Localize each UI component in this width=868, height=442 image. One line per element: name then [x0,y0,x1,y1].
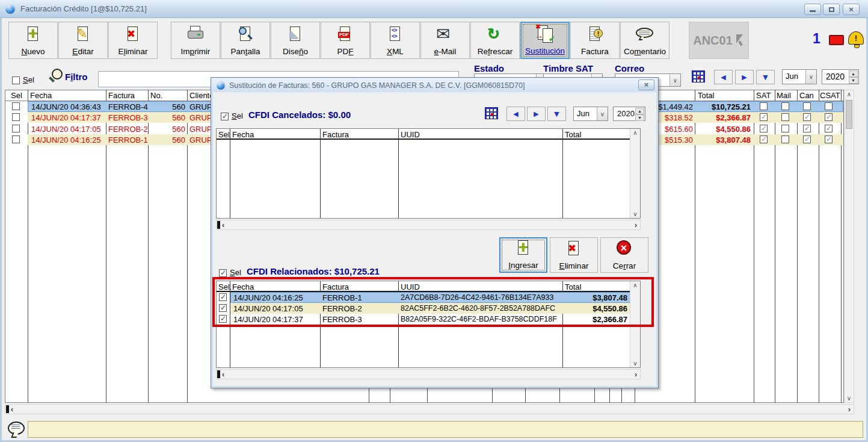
dcol-sel[interactable]: Sel [218,130,230,139]
cell-csat-checkbox[interactable] [825,113,833,121]
dcol-uuid[interactable]: UUID [401,282,420,291]
calendar-icon[interactable] [692,70,705,82]
relacionados-vertical-scrollbar[interactable]: ∧ ∨ [630,281,640,367]
cell-can-checkbox[interactable] [803,135,811,143]
dialog-titlebar[interactable]: Sustitución de Facturas: 560 - GRUPO GAS… [212,78,657,92]
scroll-down-icon[interactable]: ∨ [845,395,854,402]
row-sel-checkbox[interactable] [12,135,20,143]
cell-mail-checkbox[interactable] [781,135,789,143]
toolbar-button-xml[interactable]: <><>XML [371,22,420,59]
dcol-uuid[interactable]: UUID [401,130,420,139]
toolbar-button-imprimir[interactable]: Imprimir [171,22,220,59]
dialog-go-month-button[interactable]: ▼ [547,107,566,121]
year-spinner[interactable]: 2020 ▲▼ [822,69,859,84]
scroll-right-icon[interactable]: › [635,370,637,379]
scroll-up-icon[interactable]: ∧ [630,129,640,136]
dialog-year-spinner[interactable]: 2020 ▲▼ [613,107,645,121]
row-sel-checkbox[interactable] [12,113,20,121]
cell-csat-checkbox[interactable] [825,135,833,143]
row-sel-checkbox[interactable] [219,304,227,312]
col-header-mail[interactable]: Mail [777,91,791,100]
col-header-can[interactable]: Can [799,91,814,100]
dialog-close-button[interactable]: × [638,79,654,90]
cell-csat-checkbox[interactable] [825,125,833,132]
dialog-month-select[interactable]: Jun ∨ [573,107,608,121]
ingresar-button[interactable]: +Ingresar [499,237,547,273]
relacionados-row[interactable]: 14/JUN/20 04:17:37FERROB-3B82A05F9-322C-… [217,314,632,325]
close-button[interactable]: × [843,4,860,15]
toolbar-button-nuevo[interactable]: +Nuevo [8,22,58,59]
scroll-thumb[interactable] [846,100,852,129]
cell-can-checkbox[interactable] [803,113,811,121]
col-header-factura[interactable]: Factura [108,91,135,100]
scroll-thumb[interactable] [6,405,9,413]
scroll-thumb[interactable] [217,370,220,378]
main-vertical-scrollbar[interactable]: ∧ ∨ [844,90,854,403]
toolbar-button-pantalla[interactable]: Pantalla [221,22,270,59]
scroll-right-icon[interactable]: › [635,221,637,229]
scroll-left-icon[interactable]: ‹ [222,370,224,379]
toolbar-button-e-mail[interactable]: ✉e-Mail [420,22,470,59]
spinner-arrows-icon[interactable]: ▲▼ [635,108,644,120]
dcol-total[interactable]: Total [565,130,581,139]
cancelados-vertical-scrollbar[interactable]: ∧ ∨ [630,129,640,218]
scroll-down-icon[interactable]: ∨ [630,360,640,367]
cell-mail-checkbox[interactable] [781,102,789,110]
go-month-button[interactable]: ▼ [756,70,775,84]
cell-csat-checkbox[interactable] [825,102,833,110]
cell-sat-checkbox[interactable] [760,135,768,143]
col-header-sat[interactable]: SAT [756,91,771,100]
cell-can-checkbox[interactable] [803,125,811,132]
dcol-fecha[interactable]: Fecha [232,282,254,291]
dialog-next-month-button[interactable]: ► [527,107,546,121]
toolbar-button-eliminar[interactable]: ✖Eliminar [108,22,158,59]
scroll-left-icon[interactable]: ‹ [222,221,224,229]
col-header-sel[interactable]: Sel [11,91,22,100]
row-sel-checkbox[interactable] [219,315,227,323]
restore-button[interactable] [823,4,840,15]
toolbar-button-dise-o[interactable]: ◣Diseño [271,22,320,59]
toolbar-button-pdf[interactable]: PDFPDF [321,22,370,59]
scroll-up-icon[interactable]: ∧ [845,91,854,98]
toolbar-button-editar[interactable]: ✎Editar [58,22,108,59]
scroll-left-icon[interactable]: ‹ [11,405,13,414]
relacionados-sel-checkbox[interactable] [219,269,227,277]
bell-icon[interactable]: ! [848,31,864,45]
toolbar-button-comentario[interactable]: Comentario [620,22,669,59]
row-sel-checkbox[interactable] [12,125,20,132]
sel-all-checkbox[interactable] [12,76,20,84]
next-month-button[interactable]: ► [735,70,754,84]
col-header-fecha[interactable]: Fecha [30,91,52,100]
relacionados-horizontal-scrollbar[interactable]: ‹ › [216,369,641,379]
cell-can-checkbox[interactable] [803,102,811,110]
row-sel-checkbox[interactable] [12,102,20,110]
anc01-button[interactable]: ANC01 [689,22,749,59]
scroll-right-icon[interactable]: › [848,405,851,414]
cancelados-sel-checkbox[interactable] [221,113,229,120]
eliminar-button[interactable]: ✖Eliminar [550,237,598,273]
dcol-factura[interactable]: Factura [322,130,349,139]
month-select[interactable]: Jun ∨ [782,69,817,84]
minimize-button[interactable] [804,4,821,15]
col-header-total[interactable]: Total [698,91,714,100]
main-horizontal-scrollbar[interactable]: ‹ › [5,404,854,414]
col-header-no[interactable]: No. [150,91,162,100]
cancelados-horizontal-scrollbar[interactable]: ‹ › [216,220,641,230]
scroll-up-icon[interactable]: ∧ [630,282,640,288]
dcol-fecha[interactable]: Fecha [232,130,254,139]
cell-sat-checkbox[interactable] [760,102,768,110]
prev-month-button[interactable]: ◄ [714,70,733,84]
toolbar-button-sustituci-n[interactable]: ✖→✔Sustitución [520,22,570,59]
relacionados-row[interactable]: 14/JUN/20 04:17:05FERROB-282AC5FF2-6B2C-… [217,303,632,314]
scroll-thumb[interactable] [217,221,220,229]
cell-sat-checkbox[interactable] [760,113,768,121]
cell-mail-checkbox[interactable] [781,125,789,132]
dialog-calendar-icon[interactable] [485,107,498,119]
notification-indicator[interactable] [829,35,844,45]
cerrar-button[interactable]: ×Cerrar [600,237,648,273]
dcol-total[interactable]: Total [565,282,581,291]
toolbar-button-factura[interactable]: !Factura [570,22,620,59]
row-sel-checkbox[interactable] [219,293,227,301]
col-header-csat[interactable]: CSAT [820,91,840,100]
relacionados-row[interactable]: 14/JUN/20 04:16:25FERROB-12A7CD6B8-7D26-… [217,292,632,303]
